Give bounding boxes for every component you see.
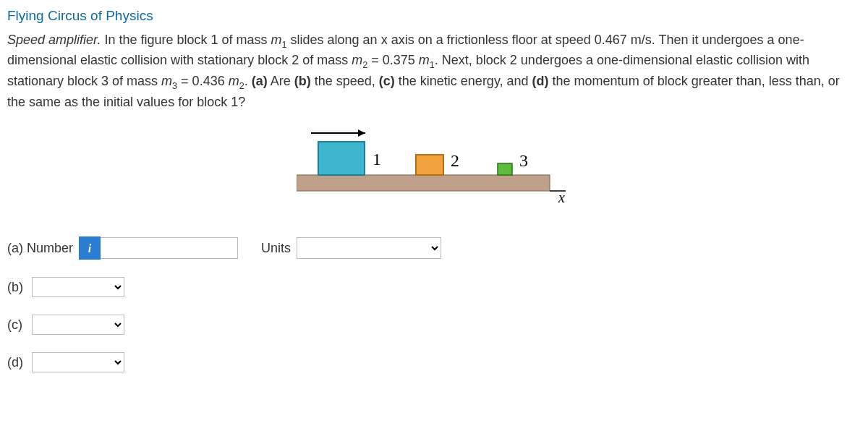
answer-row-b: (b) <box>7 277 861 297</box>
answer-b-label: (b) <box>7 278 26 296</box>
answer-d-select[interactable] <box>32 352 124 372</box>
answer-b-select[interactable] <box>32 277 124 297</box>
answer-row-d: (d) <box>7 352 861 372</box>
lead-phrase: Speed amplifier. <box>7 33 101 47</box>
answer-a-units-select[interactable] <box>297 237 441 259</box>
svg-marker-1 <box>358 129 365 137</box>
source-title: Flying Circus of Physics <box>7 6 861 26</box>
info-icon[interactable]: i <box>79 236 101 260</box>
answer-row-a: (a) Number i Units <box>7 236 861 260</box>
svg-rect-5 <box>416 155 443 175</box>
figure: x 1 2 3 <box>7 124 861 216</box>
svg-rect-6 <box>498 163 512 175</box>
answers-section: (a) Number i Units (b) (c) (d) <box>7 236 861 372</box>
svg-rect-2 <box>297 175 550 191</box>
answer-a-number-input[interactable] <box>101 237 238 259</box>
block2-label: 2 <box>451 151 459 170</box>
answer-c-select[interactable] <box>32 315 124 335</box>
answer-row-c: (c) <box>7 315 861 335</box>
units-label: Units <box>261 239 291 257</box>
svg-rect-4 <box>318 142 365 175</box>
problem-text: Speed amplifier. In the figure block 1 o… <box>7 30 861 112</box>
block3-label: 3 <box>519 151 528 170</box>
answer-a-label: (a) Number <box>7 239 73 257</box>
axis-label: x <box>558 189 565 205</box>
answer-d-label: (d) <box>7 353 26 372</box>
block1-label: 1 <box>373 150 381 168</box>
answer-c-label: (c) <box>7 315 26 334</box>
